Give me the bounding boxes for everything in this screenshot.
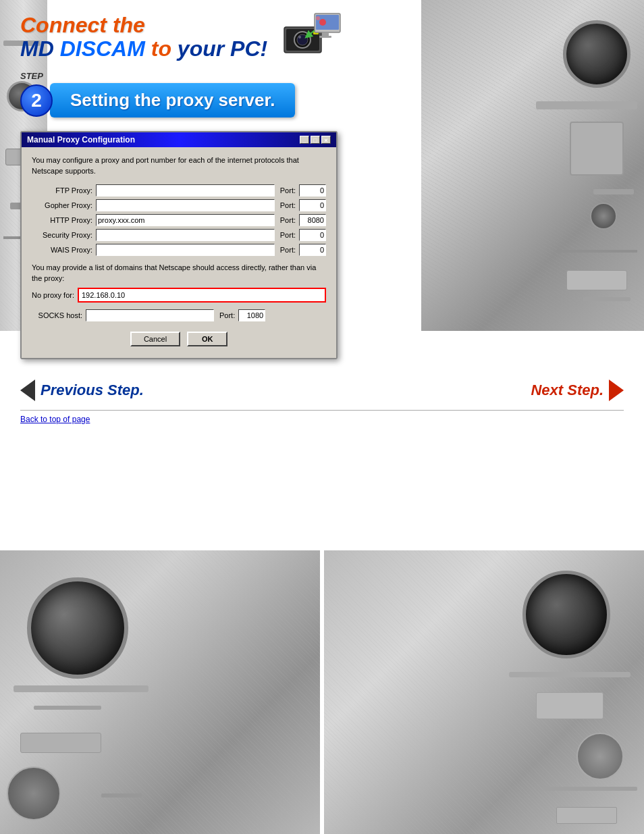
wais-proxy-input[interactable] bbox=[96, 244, 275, 256]
ftp-proxy-label: FTP Proxy: bbox=[32, 186, 92, 194]
no-proxy-input[interactable] bbox=[78, 288, 326, 303]
step-section: STEP 2 Setting the proxy server. bbox=[20, 71, 624, 118]
no-proxy-row: No proxy for: bbox=[32, 288, 326, 303]
step-label: STEP bbox=[20, 71, 624, 81]
gopher-proxy-input[interactable] bbox=[96, 199, 275, 211]
step-number: 2 bbox=[20, 84, 53, 117]
header-md: MD bbox=[20, 36, 60, 61]
nav-section: Previous Step. Next Step. bbox=[20, 376, 624, 405]
security-port-label: Port: bbox=[280, 231, 296, 239]
socks-row: SOCKS host: Port: bbox=[32, 309, 326, 321]
cancel-button[interactable]: Cancel bbox=[130, 332, 180, 346]
header-title: Connect the MD DISCAM to your PC! bbox=[20, 14, 267, 61]
camera-detail-4 bbox=[101, 793, 142, 798]
bottom-left-panel bbox=[0, 550, 320, 834]
camera-detail-3 bbox=[20, 733, 101, 753]
http-proxy-label: HTTP Proxy: bbox=[32, 216, 92, 224]
camera-knob-right bbox=[576, 733, 624, 780]
dialog-body: You may configure a proxy and port numbe… bbox=[22, 147, 336, 358]
dialog-titlebar: Manual Proxy Configuration _ □ × bbox=[22, 132, 336, 147]
camera-detail-r3 bbox=[543, 787, 637, 791]
wais-port-input[interactable] bbox=[299, 244, 326, 256]
http-proxy-input[interactable] bbox=[96, 214, 275, 226]
divider-line bbox=[20, 410, 624, 411]
header-your-pc: your PC! bbox=[178, 36, 267, 61]
header-line2: MD DISCAM to your PC! bbox=[20, 37, 267, 61]
svg-point-11 bbox=[319, 19, 326, 26]
dialog-title: Manual Proxy Configuration bbox=[27, 135, 135, 145]
dialog-buttons: Cancel OK bbox=[32, 332, 326, 350]
svg-point-3 bbox=[297, 34, 308, 45]
bottom-camera-panels bbox=[0, 550, 644, 834]
header-area: Connect the MD DISCAM to your PC! bbox=[20, 14, 624, 61]
next-step-label: Next Step. bbox=[531, 382, 603, 399]
dialog-container: Manual Proxy Configuration _ □ × You may… bbox=[20, 131, 624, 359]
http-port-label: Port: bbox=[280, 216, 296, 224]
socks-host-input[interactable] bbox=[86, 309, 214, 321]
gopher-port-input[interactable] bbox=[299, 199, 326, 211]
camera-knob-left bbox=[7, 766, 61, 820]
security-proxy-input[interactable] bbox=[96, 229, 275, 241]
ftp-port-label: Port: bbox=[280, 186, 296, 194]
step-title-bar: Setting the proxy server. bbox=[50, 83, 295, 118]
svg-point-12 bbox=[316, 16, 320, 20]
svg-rect-9 bbox=[319, 36, 331, 38]
dialog-controls: _ □ × bbox=[300, 136, 331, 144]
ok-button[interactable]: OK bbox=[187, 332, 227, 346]
camera-detail-r2 bbox=[536, 692, 603, 719]
http-port-input[interactable] bbox=[299, 214, 326, 226]
back-to-top-link[interactable]: Back to top of page bbox=[20, 415, 624, 424]
proxy-config-dialog: Manual Proxy Configuration _ □ × You may… bbox=[20, 131, 338, 359]
camera-detail-r4 bbox=[556, 807, 617, 824]
security-proxy-label: Security Proxy: bbox=[32, 231, 92, 239]
ftp-proxy-input[interactable] bbox=[96, 184, 275, 197]
next-step-button[interactable]: Next Step. bbox=[531, 380, 624, 401]
camera-detail-r1 bbox=[509, 672, 630, 677]
ftp-port-input[interactable] bbox=[299, 184, 326, 197]
dialog-minimize-btn[interactable]: _ bbox=[300, 136, 309, 144]
camera-lens-right bbox=[522, 571, 610, 658]
gopher-proxy-row: Gopher Proxy: Port: bbox=[32, 199, 326, 211]
next-arrow-icon bbox=[609, 380, 624, 401]
svg-point-4 bbox=[298, 36, 301, 38]
socks-port-label: Port: bbox=[219, 311, 235, 319]
header-line1: Connect the bbox=[20, 14, 267, 37]
gopher-port-label: Port: bbox=[280, 201, 296, 209]
no-proxy-description: You may provide a list of domains that N… bbox=[32, 263, 326, 284]
no-proxy-label: No proxy for: bbox=[32, 291, 74, 299]
header-discam: DISCAM bbox=[60, 36, 145, 61]
prev-step-label: Previous Step. bbox=[41, 382, 144, 399]
socks-port-input[interactable] bbox=[238, 309, 265, 321]
http-proxy-row: HTTP Proxy: Port: bbox=[32, 214, 326, 226]
security-port-input[interactable] bbox=[299, 229, 326, 241]
dialog-maximize-btn[interactable]: □ bbox=[311, 136, 320, 144]
dialog-description: You may configure a proxy and port numbe… bbox=[32, 155, 326, 176]
prev-arrow-icon bbox=[20, 380, 35, 401]
dialog-close-btn[interactable]: × bbox=[321, 136, 331, 144]
computer-icon bbox=[281, 10, 342, 60]
socks-host-label: SOCKS host: bbox=[32, 311, 82, 319]
wais-proxy-row: WAIS Proxy: Port: bbox=[32, 244, 326, 256]
prev-step-button[interactable]: Previous Step. bbox=[20, 380, 144, 401]
wais-proxy-label: WAIS Proxy: bbox=[32, 246, 92, 254]
svg-rect-8 bbox=[322, 32, 329, 36]
wais-port-label: Port: bbox=[280, 246, 296, 254]
bottom-right-panel bbox=[324, 550, 644, 834]
camera-lens-left bbox=[27, 577, 128, 679]
security-proxy-row: Security Proxy: Port: bbox=[32, 229, 326, 241]
gopher-proxy-label: Gopher Proxy: bbox=[32, 201, 92, 209]
camera-detail-1 bbox=[14, 685, 149, 692]
step-banner: 2 Setting the proxy server. bbox=[20, 83, 624, 118]
ftp-proxy-row: FTP Proxy: Port: bbox=[32, 184, 326, 197]
camera-detail-2 bbox=[34, 706, 101, 710]
step-title-text: Setting the proxy server. bbox=[70, 90, 275, 110]
header-to: to bbox=[145, 36, 178, 61]
